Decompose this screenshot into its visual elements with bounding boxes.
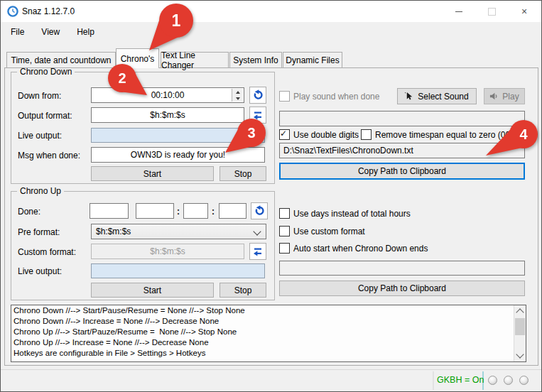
live-output-label: Live output: — [18, 131, 62, 141]
start-label: Start — [143, 169, 161, 179]
tab-text-line-changer[interactable]: Text Line Changer — [161, 52, 229, 68]
status-led-1[interactable] — [488, 376, 497, 385]
chrono-up-start-button[interactable]: Start — [91, 283, 214, 298]
spinner-up-icon[interactable] — [232, 89, 243, 95]
log-scrollbar[interactable] — [514, 305, 526, 361]
status-led-2[interactable] — [504, 376, 513, 385]
use-double-digits-row: Use double digits — [279, 129, 359, 140]
chevron-down-icon — [253, 227, 261, 235]
output-format-label: Output format: — [18, 111, 72, 121]
done-separator: : — [212, 207, 215, 217]
use-days-checkbox[interactable] — [279, 208, 290, 219]
tab-label: System Info — [233, 55, 278, 65]
play-sound-checkbox[interactable] — [279, 91, 290, 102]
play-sound-label: Play sound when done — [293, 92, 379, 102]
down-from-label: Down from: — [18, 91, 61, 101]
callout-2-number: 2 — [118, 70, 126, 86]
maximize-button[interactable] — [475, 1, 508, 22]
done-reset-button[interactable] — [251, 202, 268, 219]
speaker-icon — [489, 92, 499, 101]
log-line: Chrono Down //--> Increase = None //--> … — [11, 316, 526, 327]
scroll-down-icon[interactable] — [516, 350, 524, 358]
copy-path-label: Copy Path to Clipboard — [358, 283, 446, 293]
use-double-digits-label: Use double digits — [293, 130, 359, 140]
done-input-4[interactable] — [219, 203, 246, 219]
clock-icon — [7, 6, 18, 17]
chrono-up-live-output-label: Live output: — [18, 266, 62, 276]
use-custom-format-label: Use custom format — [293, 227, 365, 236]
down-from-reset-button[interactable] — [249, 87, 266, 104]
chrono-up-live-output-field — [91, 263, 265, 278]
down-from-spinner[interactable] — [232, 89, 243, 102]
done-separator: : — [177, 207, 180, 217]
statusbar-separator — [433, 371, 434, 390]
menu-help[interactable]: Help — [68, 22, 103, 41]
status-led-3[interactable] — [519, 376, 529, 385]
callout-4: 4 — [483, 119, 541, 158]
cursor-icon — [405, 92, 414, 101]
start-label: Start — [143, 285, 161, 295]
custom-format-insert-button[interactable] — [249, 243, 266, 260]
log-line: Hotkeys are configurable in File > Setti… — [11, 348, 526, 359]
tab-system-info[interactable]: System Info — [229, 52, 282, 68]
tab-label: Dynamic Files — [286, 55, 339, 65]
select-sound-label: Select Sound — [418, 92, 468, 102]
menubar: File View Help — [1, 22, 541, 41]
auto-start-row: Auto start when Chrono Down ends — [279, 243, 428, 254]
callout-3-number: 3 — [247, 125, 255, 141]
close-button[interactable]: × — [508, 1, 541, 22]
use-double-digits-checkbox[interactable] — [279, 129, 290, 140]
gkbh-status: GKBH = On — [437, 375, 484, 385]
callout-4-number: 4 — [519, 126, 528, 142]
auto-start-label: Auto start when Chrono Down ends — [293, 244, 428, 254]
pre-format-dropdown[interactable]: $h:$m:$s — [91, 224, 266, 239]
callout-2: 2 — [104, 62, 151, 98]
spinner-down-icon[interactable] — [232, 95, 243, 102]
hotkey-log[interactable]: Chrono Down //--> Start/Pause/Resume = N… — [11, 305, 526, 362]
chrono-down-start-button[interactable]: Start — [91, 166, 214, 181]
chrono-up-group-title: Chrono Up — [17, 186, 64, 196]
tab-dynamic-files[interactable]: Dynamic Files — [283, 52, 342, 68]
use-custom-format-checkbox[interactable] — [279, 226, 290, 236]
format-icon — [252, 246, 264, 257]
auto-start-checkbox[interactable] — [279, 243, 290, 254]
output-format-input[interactable]: $h:$m:$s — [91, 107, 244, 123]
remove-timespan-checkbox[interactable] — [361, 129, 372, 140]
minimize-button[interactable] — [443, 1, 475, 22]
done-label: Done: — [18, 207, 40, 217]
menu-view[interactable]: View — [33, 22, 68, 41]
done-input-3[interactable] — [183, 203, 208, 219]
use-days-row: Use days instead of total hours — [279, 208, 411, 219]
down-from-value: 00:10:00 — [151, 90, 185, 100]
use-custom-format-row: Use custom format — [279, 226, 365, 236]
undo-icon — [254, 205, 265, 217]
custom-format-input[interactable]: $h:$m:$s — [91, 244, 244, 259]
msg-when-done-label: Msg when done: — [18, 151, 80, 160]
app-window: Snaz 1.12.7.0 × File View Help Time, dat… — [0, 0, 542, 392]
play-sound-button[interactable]: Play — [484, 88, 525, 104]
done-input-2[interactable] — [136, 203, 174, 219]
scrollbar-thumb[interactable] — [515, 318, 525, 335]
copy-path-label: Copy Path to Clipboard — [358, 166, 446, 176]
chrono-down-copy-path-button[interactable]: Copy Path to Clipboard — [279, 163, 525, 180]
chrono-down-stop-button[interactable]: Stop — [219, 166, 266, 181]
log-line: Chrono Up //--> Start/Pauze/Resume = Non… — [11, 327, 526, 337]
done-input-1[interactable] — [90, 203, 129, 219]
use-days-label: Use days instead of total hours — [293, 209, 411, 219]
chrono-up-stop-button[interactable]: Stop — [219, 283, 266, 298]
msg-when-done-value: OWN3D is ready for you! — [131, 150, 225, 160]
undo-icon — [252, 89, 264, 101]
window-title: Snaz 1.12.7.0 — [22, 6, 75, 16]
play-sound-row: Play sound when done — [279, 91, 379, 102]
custom-format-label: Custom format: — [18, 247, 76, 257]
chrono-down-group-title: Chrono Down — [17, 67, 75, 77]
tab-time-date-countdown[interactable]: Time, date and countdown — [6, 52, 116, 68]
chrono-up-copy-path-button[interactable]: Copy Path to Clipboard — [279, 281, 525, 296]
pre-format-value: $h:$m:$s — [96, 227, 131, 236]
maximize-icon — [488, 8, 496, 16]
chrono-up-path-field[interactable] — [279, 261, 525, 276]
menu-file[interactable]: File — [2, 22, 33, 41]
select-sound-button[interactable]: Select Sound — [397, 88, 477, 104]
stop-label: Stop — [234, 285, 252, 295]
scroll-up-icon[interactable] — [516, 308, 524, 316]
